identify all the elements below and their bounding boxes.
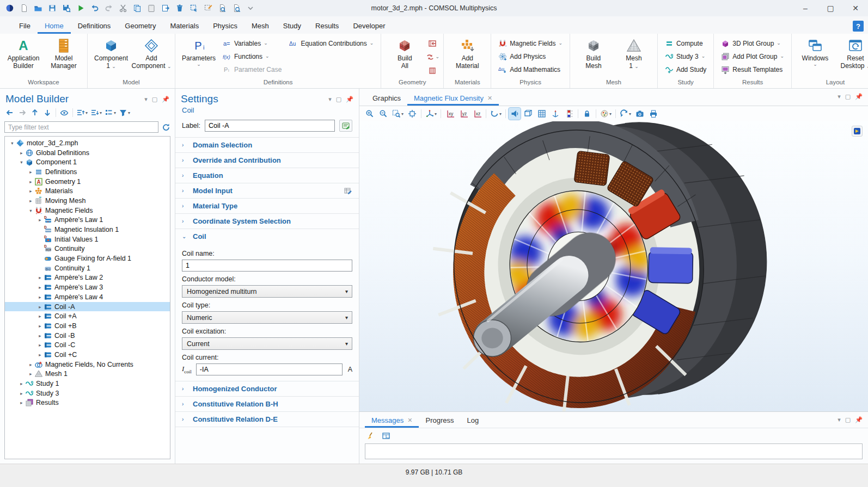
transparency-button[interactable] (509, 108, 521, 120)
tree-item-amp-re-s-law-4[interactable]: ▸Ampère's Law 4 (5, 292, 170, 302)
tree-chevron-icon[interactable]: ▸ (37, 304, 43, 310)
rename-button[interactable] (339, 120, 352, 132)
scene-button[interactable] (522, 108, 534, 120)
duplicate-button[interactable] (159, 2, 172, 15)
add-mathematics-button[interactable]: ΔuAdd Mathematics (495, 63, 566, 76)
model-tree-filter-button[interactable]: ▾ (118, 107, 131, 118)
messages-tab-progress[interactable]: Progress (419, 413, 460, 428)
label-input[interactable] (205, 120, 335, 132)
filter-input[interactable] (4, 121, 158, 133)
refresh-button[interactable] (162, 122, 170, 133)
tree-chevron-icon[interactable]: ▸ (37, 342, 43, 348)
pin-panel-icon[interactable]: 📌 (855, 416, 863, 423)
tree-chevron-icon[interactable]: ▸ (37, 285, 43, 290)
tree-item-initial-values-1[interactable]: DInitial Values 1 (5, 235, 170, 244)
mesh-1-button[interactable]: Mesh1 ⌄ (614, 36, 653, 78)
tree-item-materials[interactable]: ▸Materials (5, 186, 170, 196)
new-file-button[interactable] (17, 2, 30, 15)
view-yz-button[interactable]: yz (457, 108, 469, 120)
tree-chevron-icon[interactable]: ▸ (37, 352, 43, 357)
section-material-type[interactable]: ›Material Type (175, 198, 359, 213)
menu-developer[interactable]: Developer (346, 19, 392, 34)
redo-button[interactable] (102, 2, 115, 15)
menu-study[interactable]: Study (276, 19, 308, 34)
copy-button[interactable] (131, 2, 144, 15)
tree-chevron-icon[interactable]: ▸ (37, 313, 43, 319)
cut-button[interactable] (117, 2, 130, 15)
variables-button[interactable]: a=Variables⌄ (219, 37, 285, 50)
virtual-operations-button[interactable] (425, 64, 439, 77)
clear-messages-button[interactable] (365, 430, 377, 442)
brush-select-button[interactable] (201, 2, 215, 15)
snapshot-button[interactable] (634, 108, 646, 120)
tree-chevron-icon[interactable]: ▸ (28, 179, 34, 184)
add-study-button[interactable]: Add Study (662, 63, 710, 76)
messages-output[interactable] (365, 443, 863, 459)
minimize-button[interactable]: – (793, 0, 818, 16)
windows-button[interactable]: Windows⌄ (796, 36, 835, 78)
float-panel-icon[interactable]: ▢ (845, 93, 851, 100)
panel-menu-icon[interactable]: ▾ (838, 93, 841, 100)
nav-forward-button[interactable] (17, 107, 28, 118)
close-tab-icon[interactable]: ✕ (407, 417, 412, 424)
zoom-extents-button[interactable] (406, 108, 418, 120)
app-button[interactable] (3, 2, 16, 15)
section-override-and-contribution[interactable]: ›Override and Contribution (175, 152, 359, 168)
tree-item-motor-3d-2-mph[interactable]: ▾motor_3d_2.mph (5, 138, 170, 148)
help-button[interactable]: ? (853, 21, 864, 32)
menu-definitions[interactable]: Definitions (71, 19, 118, 34)
graphics-tab-graphics[interactable]: Graphics (366, 91, 407, 106)
color-legend-button[interactable] (563, 108, 575, 120)
section-coil[interactable]: ⌄Coil (175, 229, 359, 244)
tree-chevron-icon[interactable]: ▸ (28, 169, 34, 175)
tree-chevron-icon[interactable]: ▾ (28, 208, 34, 213)
menu-results[interactable]: Results (308, 19, 346, 34)
graphics-canvas[interactable] (359, 121, 868, 411)
menu-home[interactable]: Home (38, 19, 71, 34)
maximize-button[interactable]: ▢ (818, 0, 843, 16)
tree-item-mesh-1[interactable]: ▸Mesh 1 (5, 369, 170, 379)
tree-chevron-icon[interactable]: ▸ (19, 150, 25, 156)
move-down-button[interactable] (42, 107, 53, 118)
pin-panel-icon[interactable]: 📌 (855, 93, 863, 100)
panel-menu-icon[interactable]: ▾ (144, 96, 148, 103)
messages-tab-log[interactable]: Log (461, 413, 486, 428)
tree-chevron-icon[interactable]: ▸ (28, 371, 34, 377)
panel-menu-icon[interactable]: ▾ (838, 416, 841, 423)
tree-chevron-icon[interactable]: ▸ (19, 391, 25, 396)
toolbar-menu-button[interactable] (244, 2, 257, 15)
node-label-button[interactable]: ▾ (104, 107, 117, 118)
select-box-button[interactable] (187, 2, 200, 15)
close-tab-icon[interactable]: ✕ (487, 95, 492, 102)
delete-button[interactable] (173, 2, 186, 15)
undo-button[interactable] (88, 2, 101, 15)
tree-chevron-icon[interactable]: ▸ (37, 294, 43, 300)
find-doc-button[interactable] (216, 2, 229, 15)
zoom-in-button[interactable] (364, 108, 376, 120)
component-1-button[interactable]: Component1 ⌄ (91, 36, 131, 78)
coil-type-select[interactable]: Numeric (182, 311, 352, 324)
print-button[interactable] (647, 108, 659, 120)
messages-tab-messages[interactable]: Messages✕ (365, 413, 419, 428)
add-component-button[interactable]: AddComponent ⌄ (132, 36, 171, 78)
menu-physics[interactable]: Physics (206, 19, 244, 34)
coil-name-input[interactable] (182, 260, 352, 272)
menu-geometry[interactable]: Geometry (118, 19, 163, 34)
tree-chevron-icon[interactable]: ▸ (28, 362, 34, 367)
tree-item-continuity[interactable]: D✕|✕Continuity (5, 244, 170, 254)
tree-chevron-icon[interactable]: ▸ (37, 275, 43, 280)
tree-chevron-icon[interactable]: ▸ (37, 333, 43, 338)
close-button[interactable]: ✕ (843, 0, 868, 16)
menu-materials[interactable]: Materials (163, 19, 206, 34)
nav-back-button[interactable] (4, 107, 15, 118)
collapse-all-button[interactable]: ▾ (76, 107, 88, 118)
show-button[interactable] (59, 107, 70, 118)
float-panel-icon[interactable]: ▢ (845, 416, 851, 423)
tree-item-amp-re-s-law-3[interactable]: ▸Ampère's Law 3 (5, 282, 170, 292)
run-button[interactable] (74, 2, 87, 15)
tree-item-study-1[interactable]: ▸Study 1 (5, 379, 170, 389)
coil-current-input[interactable] (196, 363, 343, 375)
tree-chevron-icon[interactable]: ▸ (37, 323, 43, 329)
save-button[interactable] (46, 2, 59, 15)
tree-item-amp-re-s-law-1[interactable]: ▸DAmpère's Law 1 (5, 215, 170, 225)
